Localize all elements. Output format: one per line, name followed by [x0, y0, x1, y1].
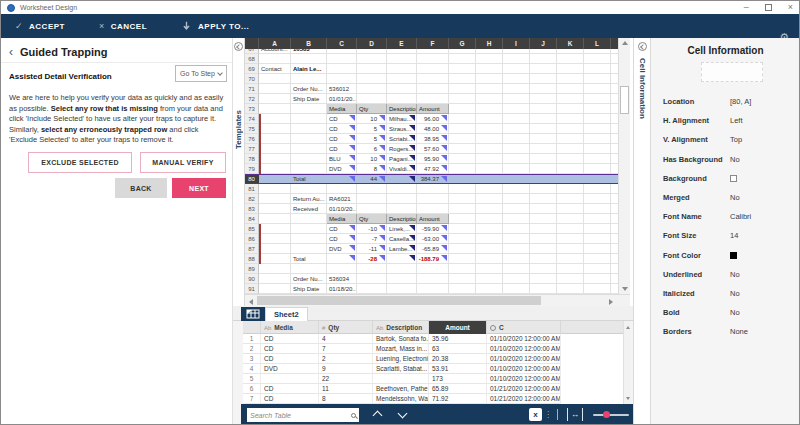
zoom-slider[interactable]	[593, 414, 629, 416]
next-button[interactable]: NEXT	[172, 178, 226, 198]
column-header-e[interactable]: E	[387, 38, 417, 49]
scroll-down-icon[interactable]	[619, 284, 630, 294]
cell-a82[interactable]	[259, 194, 291, 204]
cell-c85[interactable]: CD	[327, 224, 357, 234]
table-row-4[interactable]: 4DVD9Scarlatti, Stabat...53.9101/10/2020…	[243, 364, 623, 374]
cell-k68[interactable]	[557, 54, 584, 64]
cell-l74[interactable]	[584, 114, 611, 124]
cell-c89[interactable]	[327, 264, 357, 274]
cell-d87[interactable]: -11	[357, 244, 387, 254]
cell-a73[interactable]	[259, 104, 291, 114]
cell-h91[interactable]	[476, 284, 503, 294]
cell-j71[interactable]	[530, 84, 557, 94]
cell-f80[interactable]: 384.37	[417, 175, 449, 183]
cell-a79[interactable]	[259, 164, 291, 174]
column-header-f[interactable]: F	[417, 38, 449, 49]
cell-j86[interactable]	[530, 234, 557, 244]
cell-h79[interactable]	[476, 164, 503, 174]
cell-d85[interactable]: -10	[357, 224, 387, 234]
scrollbar-thumb[interactable]	[257, 296, 541, 305]
cell-i86[interactable]	[503, 234, 530, 244]
cell-k77[interactable]	[557, 144, 584, 154]
cell-c82[interactable]: RA6021	[327, 194, 357, 204]
cell-d86[interactable]: -7	[357, 234, 387, 244]
cell-d88[interactable]: -28	[357, 254, 387, 264]
cell-d79[interactable]: 8	[357, 164, 387, 174]
cell-l69[interactable]	[584, 64, 611, 74]
zoom-slider-knob[interactable]	[603, 411, 610, 418]
cell-e78[interactable]: Pagani...	[387, 154, 417, 164]
cell-j81[interactable]	[530, 184, 557, 194]
cell-d71[interactable]	[357, 84, 387, 94]
column-header-b[interactable]: B	[291, 38, 327, 49]
cell-d90[interactable]	[357, 274, 387, 284]
cell-j72[interactable]	[530, 94, 557, 104]
cell-e69[interactable]	[387, 64, 417, 74]
row-header-77[interactable]: 77	[245, 144, 259, 154]
cell-k83[interactable]	[557, 204, 584, 214]
tab-sheet2[interactable]: Sheet2	[265, 307, 308, 321]
pin-icon[interactable]	[234, 42, 243, 51]
cell-f87[interactable]: -65.89	[417, 244, 449, 254]
cell-h87[interactable]	[476, 244, 503, 254]
column-header-k[interactable]: K	[557, 38, 584, 49]
cell-d78[interactable]: 10	[357, 154, 387, 164]
cell-g83[interactable]	[449, 204, 476, 214]
cell-e80[interactable]	[387, 175, 417, 183]
row-header-80[interactable]: 80	[245, 175, 259, 183]
cell-e74[interactable]: Milhau...	[387, 114, 417, 124]
cell-c90[interactable]: 536034	[327, 274, 357, 284]
cell-k70[interactable]	[557, 74, 584, 84]
cell-h69[interactable]	[476, 64, 503, 74]
cell-k69[interactable]	[557, 64, 584, 74]
spreadsheet-vertical-scrollbar[interactable]	[618, 38, 630, 294]
cell-j91[interactable]	[530, 284, 557, 294]
cell-d73[interactable]: Qty	[357, 104, 387, 114]
cell-c84[interactable]: Media	[327, 214, 357, 224]
cell-g68[interactable]	[449, 54, 476, 64]
minimize-icon[interactable]: –	[744, 3, 749, 12]
cell-l70[interactable]	[584, 74, 611, 84]
cell-c80[interactable]	[327, 175, 357, 183]
cell-h70[interactable]	[476, 74, 503, 84]
cell-k71[interactable]	[557, 84, 584, 94]
cell-f90[interactable]	[417, 274, 449, 284]
cell-g78[interactable]	[449, 154, 476, 164]
cell-b75[interactable]	[291, 124, 327, 134]
row-header-68[interactable]: 68	[245, 54, 259, 64]
cell-a83[interactable]	[259, 204, 291, 214]
table-row-6[interactable]: 6CD11Beethoven, Pathe...65.8901/21/2020 …	[243, 384, 623, 394]
spreadsheet-horizontal-scrollbar[interactable]	[245, 294, 630, 306]
cell-g86[interactable]	[449, 234, 476, 244]
scroll-left-icon[interactable]	[247, 298, 255, 305]
column-header-amount[interactable]: Amount	[429, 321, 487, 334]
cell-f85[interactable]: -59.90	[417, 224, 449, 234]
cell-e68[interactable]	[387, 54, 417, 64]
cell-i72[interactable]	[503, 94, 530, 104]
cell-e81[interactable]	[387, 184, 417, 194]
cell-d84[interactable]: Qty	[357, 214, 387, 224]
cell-c87[interactable]: DVD	[327, 244, 357, 254]
table-row-7[interactable]: 7CD8Mendelssohn, Wa...71.9201/21/2020 12…	[243, 394, 623, 404]
cell-k91[interactable]	[557, 284, 584, 294]
back-button[interactable]: BACK	[115, 178, 167, 198]
cell-d68[interactable]	[357, 54, 387, 64]
cell-c70[interactable]	[327, 74, 357, 84]
cell-b69[interactable]: Alain Le...	[291, 64, 327, 74]
cell-f71[interactable]	[417, 84, 449, 94]
cell-b72[interactable]: Ship Date	[291, 94, 327, 104]
cell-g81[interactable]	[449, 184, 476, 194]
cell-l71[interactable]	[584, 84, 611, 94]
cell-a84[interactable]	[259, 214, 291, 224]
cell-f89[interactable]	[417, 264, 449, 274]
cell-i74[interactable]	[503, 114, 530, 124]
cell-e70[interactable]	[387, 74, 417, 84]
cell-l91[interactable]	[584, 284, 611, 294]
tab-templates[interactable]: Templates	[234, 110, 243, 149]
cell-h86[interactable]	[476, 234, 503, 244]
cell-j75[interactable]	[530, 124, 557, 134]
cell-h74[interactable]	[476, 114, 503, 124]
cell-l75[interactable]	[584, 124, 611, 134]
row-header-82[interactable]: 82	[245, 194, 259, 204]
cell-b77[interactable]	[291, 144, 327, 154]
